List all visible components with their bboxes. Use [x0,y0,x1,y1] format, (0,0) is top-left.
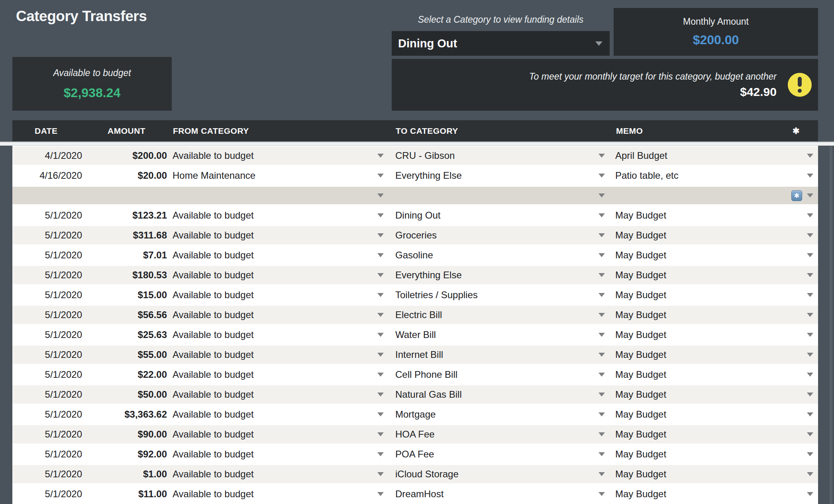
to-category-dropdown[interactable]: Water Bill [389,325,610,345]
to-category-dropdown[interactable]: Everything Else [389,166,610,186]
from-category-dropdown[interactable]: Available to budget [167,265,389,285]
amount-cell[interactable]: $15.00 [83,285,167,305]
from-category-dropdown[interactable]: Available to budget [167,484,389,504]
date-cell[interactable]: 5/1/2020 [12,385,83,404]
memo-dropdown[interactable]: May Budget [610,245,818,265]
to-category-dropdown[interactable]: Mortgage [389,404,610,424]
date-cell[interactable]: 5/1/2020 [12,285,83,305]
from-category-dropdown[interactable]: Available to budget [167,464,389,484]
caret-down-icon [599,313,605,317]
amount-cell[interactable]: $55.00 [83,345,167,365]
to-category-dropdown[interactable] [389,186,610,205]
memo-dropdown[interactable]: May Budget [610,205,818,225]
date-cell[interactable]: 5/1/2020 [12,325,83,345]
from-category-dropdown[interactable]: Available to budget [167,345,389,365]
horizontal-scrollbar[interactable] [0,141,834,146]
date-cell[interactable]: 5/1/2020 [12,245,83,265]
from-category-dropdown[interactable]: Available to budget [167,365,389,385]
memo-dropdown[interactable]: May Budget [610,325,818,345]
date-cell[interactable]: 5/1/2020 [12,464,83,484]
to-category-dropdown[interactable]: DreamHost [389,484,610,504]
date-cell[interactable]: 5/1/2020 [12,365,83,385]
amount-cell[interactable]: $311.68 [83,225,167,245]
to-category-dropdown[interactable]: Natural Gas Bill [389,385,610,404]
amount-cell[interactable]: $7.01 [83,245,167,265]
from-category-dropdown[interactable]: Available to budget [167,146,389,166]
memo-dropdown[interactable]: May Budget [610,464,818,484]
amount-cell[interactable]: $3,363.62 [83,404,167,424]
memo-dropdown[interactable]: Patio table, etc [610,166,818,186]
date-cell[interactable]: 5/1/2020 [12,424,83,444]
from-category-dropdown[interactable] [167,186,389,205]
caret-down-icon [377,174,384,178]
date-cell[interactable]: 5/1/2020 [12,444,83,464]
new-entry-asterisk-button[interactable]: ✱ [791,190,802,201]
memo-dropdown[interactable]: April Budget [610,146,818,166]
amount-cell[interactable]: $123.21 [83,205,167,225]
amount-cell[interactable]: $90.00 [83,424,167,444]
date-cell[interactable]: 4/1/2020 [12,146,83,166]
memo-dropdown[interactable]: May Budget [610,265,818,285]
amount-cell[interactable]: $1.00 [83,464,167,484]
date-cell[interactable]: 5/1/2020 [12,404,83,424]
table-row: 5/1/2020 $50.00 Available to budget Natu… [12,385,818,404]
from-category-dropdown[interactable]: Available to budget [167,205,389,225]
memo-dropdown[interactable]: May Budget [610,424,818,444]
from-category-dropdown[interactable]: Available to budget [167,325,389,345]
from-category-dropdown[interactable]: Available to budget [167,444,389,464]
category-dropdown[interactable]: Dining Out [392,31,610,56]
from-category-dropdown[interactable]: Available to budget [167,424,389,444]
date-cell[interactable]: 5/1/2020 [12,345,83,365]
to-category-dropdown[interactable]: HOA Fee [389,424,610,444]
to-category-dropdown[interactable]: Everything Else [389,265,610,285]
amount-cell[interactable]: $180.53 [83,265,167,285]
amount-cell[interactable]: $92.00 [83,444,167,464]
amount-cell[interactable]: $20.00 [83,166,167,186]
to-category-dropdown[interactable]: iCloud Storage [389,464,610,484]
date-cell[interactable]: 5/1/2020 [12,484,83,504]
memo-dropdown[interactable]: May Budget [610,345,818,365]
memo-dropdown[interactable]: May Budget [610,305,818,325]
date-cell[interactable]: 5/1/2020 [12,265,83,285]
from-category-dropdown[interactable]: Home Maintenance [167,166,389,186]
caret-down-icon [599,373,605,377]
amount-cell[interactable] [83,186,167,205]
from-category-dropdown[interactable]: Available to budget [167,245,389,265]
to-category-dropdown[interactable]: Dining Out [389,205,610,225]
date-cell[interactable]: 5/1/2020 [12,305,83,325]
caret-down-icon [807,412,813,416]
to-category-dropdown[interactable]: Cell Phone Bill [389,365,610,385]
memo-dropdown[interactable]: May Budget [610,444,818,464]
to-category-dropdown[interactable]: Toiletries / Supplies [389,285,610,305]
amount-cell[interactable]: $50.00 [83,385,167,404]
memo-dropdown[interactable]: May Budget [610,404,818,424]
monthly-amount-value: $200.00 [693,33,739,47]
memo-dropdown[interactable]: May Budget [610,385,818,404]
date-cell[interactable]: 5/1/2020 [12,205,83,225]
from-category-dropdown[interactable]: Available to budget [167,305,389,325]
date-cell[interactable] [12,186,83,205]
to-category-dropdown[interactable]: POA Fee [389,444,610,464]
amount-cell[interactable]: $25.63 [83,325,167,345]
amount-cell[interactable]: $200.00 [83,146,167,166]
memo-dropdown[interactable]: May Budget [610,484,818,504]
to-category-dropdown[interactable]: Internet Bill [389,345,610,365]
date-cell[interactable]: 4/16/2020 [12,166,83,186]
from-category-dropdown[interactable]: Available to budget [167,225,389,245]
amount-cell[interactable]: $22.00 [83,365,167,385]
to-category-dropdown[interactable]: CRU - Gibson [389,146,610,166]
memo-dropdown[interactable]: May Budget [610,225,818,245]
vertical-scrollbar[interactable] [830,146,832,504]
to-category-dropdown[interactable]: Gasoline [389,245,610,265]
amount-cell[interactable]: $11.00 [83,484,167,504]
from-category-dropdown[interactable]: Available to budget [167,285,389,305]
memo-dropdown[interactable]: May Budget [610,365,818,385]
from-category-dropdown[interactable]: Available to budget [167,404,389,424]
to-category-dropdown[interactable]: Electric Bill [389,305,610,325]
date-cell[interactable]: 5/1/2020 [12,225,83,245]
memo-dropdown[interactable]: ✱ [610,186,818,205]
amount-cell[interactable]: $56.56 [83,305,167,325]
from-category-dropdown[interactable]: Available to budget [167,385,389,404]
to-category-dropdown[interactable]: Groceries [389,225,610,245]
memo-dropdown[interactable]: May Budget [610,285,818,305]
